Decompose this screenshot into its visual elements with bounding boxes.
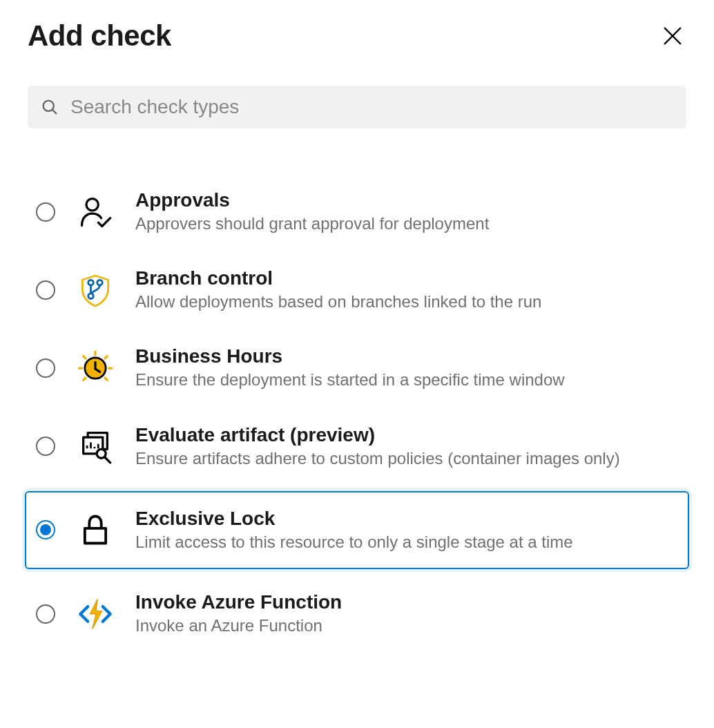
- radio-button[interactable]: [36, 437, 55, 456]
- option-label: Branch control: [135, 267, 541, 289]
- svg-rect-10: [85, 528, 106, 544]
- lock-icon: [75, 510, 116, 549]
- option-label: Business Hours: [135, 345, 565, 367]
- radio-button[interactable]: [36, 358, 55, 378]
- check-option-invoke-azure-function[interactable]: Invoke Azure Function Invoke an Azure Fu…: [28, 575, 686, 653]
- radio-button[interactable]: [36, 202, 55, 222]
- option-desc: Ensure artifacts adhere to custom polici…: [135, 448, 620, 469]
- check-option-branch-control[interactable]: Branch control Allow deployments based o…: [28, 251, 686, 329]
- radio-button[interactable]: [36, 604, 55, 624]
- close-icon: [661, 24, 684, 48]
- clock-sun-icon: [75, 349, 116, 387]
- radio-button[interactable]: [36, 520, 55, 539]
- svg-point-1: [86, 198, 98, 210]
- option-label: Exclusive Lock: [135, 508, 573, 530]
- option-text: Approvals Approvers should grant approva…: [135, 189, 489, 234]
- option-label: Evaluate artifact (preview): [135, 424, 620, 446]
- option-text: Invoke Azure Function Invoke an Azure Fu…: [135, 591, 342, 636]
- panel-header: Add check: [28, 19, 686, 52]
- search-icon: [40, 97, 59, 117]
- add-check-panel: Add check Approvals: [0, 0, 714, 667]
- option-desc: Limit access to this resource to only a …: [135, 531, 573, 553]
- option-label: Approvals: [135, 189, 489, 211]
- check-option-evaluate-artifact[interactable]: Evaluate artifact (preview) Ensure artif…: [28, 408, 686, 486]
- option-text: Branch control Allow deployments based o…: [135, 267, 541, 312]
- option-text: Exclusive Lock Limit access to this reso…: [135, 508, 573, 553]
- branch-shield-icon: [75, 271, 116, 309]
- option-desc: Ensure the deployment is started in a sp…: [135, 369, 565, 390]
- artifact-inspect-icon: [75, 427, 116, 466]
- panel-title: Add check: [28, 19, 171, 52]
- check-option-exclusive-lock[interactable]: Exclusive Lock Limit access to this reso…: [25, 491, 689, 569]
- option-text: Business Hours Ensure the deployment is …: [135, 345, 565, 390]
- option-desc: Allow deployments based on branches link…: [135, 291, 541, 312]
- option-desc: Invoke an Azure Function: [135, 615, 342, 636]
- close-button[interactable]: [659, 22, 686, 50]
- search-input[interactable]: [69, 95, 674, 119]
- person-check-icon: [75, 193, 116, 231]
- option-desc: Approvers should grant approval for depl…: [135, 213, 489, 234]
- check-type-list: Approvals Approvers should grant approva…: [28, 173, 686, 653]
- check-option-approvals[interactable]: Approvals Approvers should grant approva…: [28, 173, 686, 251]
- check-option-business-hours[interactable]: Business Hours Ensure the deployment is …: [28, 329, 686, 407]
- option-text: Evaluate artifact (preview) Ensure artif…: [135, 424, 620, 469]
- radio-button[interactable]: [36, 280, 55, 300]
- azure-function-icon: [75, 595, 116, 633]
- search-box[interactable]: [28, 86, 686, 128]
- option-label: Invoke Azure Function: [135, 591, 342, 613]
